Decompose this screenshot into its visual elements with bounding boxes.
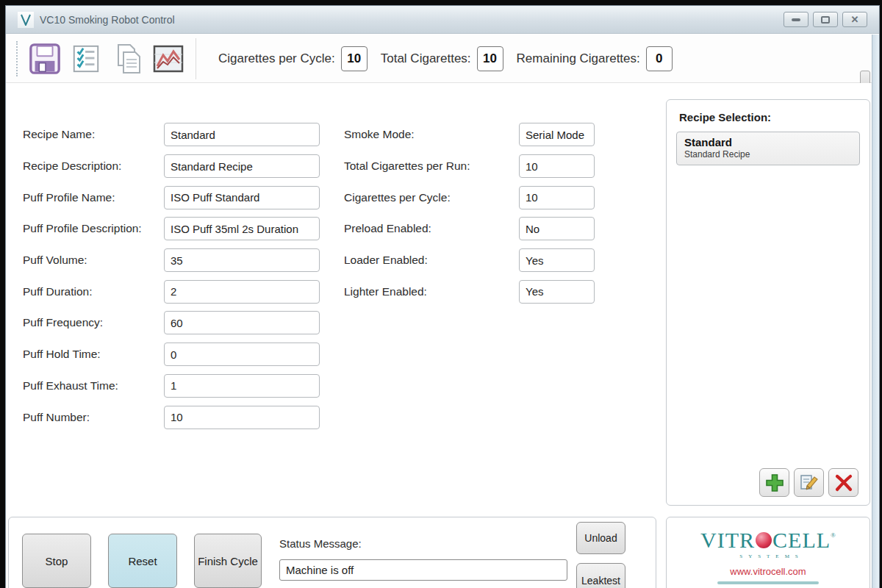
puff-profile-name-field[interactable]: [164, 186, 320, 209]
lighter-enabled-field[interactable]: [519, 280, 595, 304]
chart-button[interactable]: [150, 40, 187, 77]
recipe-item-description: Standard Recipe: [684, 149, 852, 159]
recipe-selection-title: Recipe Selection:: [679, 111, 870, 123]
puff-exhaust-time-field[interactable]: [164, 374, 320, 398]
puff-volume-label: Puff Volume:: [23, 254, 164, 267]
logo-subtitle: SYSTEMS: [667, 553, 870, 559]
preload-enabled-label: Preload Enabled:: [344, 222, 519, 235]
toolbar: Cigarettes per Cycle: 10 Total Cigarette…: [6, 35, 872, 83]
checklist-icon: [71, 43, 101, 74]
loader-enabled-field[interactable]: [519, 248, 595, 272]
leaktest-button[interactable]: Leaktest: [576, 563, 625, 588]
save-icon: [28, 42, 62, 76]
logo-text-left: VITR: [700, 528, 755, 552]
form-row: Puff Exhaust Time:: [23, 370, 320, 402]
total-cigarettes-per-run-field[interactable]: [519, 154, 595, 178]
form-row: Preload Enabled:: [344, 213, 595, 245]
plus-icon: [764, 473, 785, 493]
main-content: Recipe Name: Recipe Description: Puff Pr…: [6, 83, 872, 588]
add-recipe-button[interactable]: [759, 468, 789, 497]
recipe-item-name: Standard: [684, 136, 852, 148]
form-row: Puff Frequency:: [23, 307, 320, 339]
preload-enabled-field[interactable]: [519, 217, 595, 240]
logo-text-right: CELL: [772, 528, 831, 552]
edit-recipe-button[interactable]: [794, 468, 824, 497]
title-bar: VC10 Smoking Robot Control ✕: [6, 6, 879, 34]
total-cigarettes-value[interactable]: 10: [477, 46, 503, 71]
delete-recipe-button[interactable]: [828, 468, 858, 497]
recipe-form-middle: Smoke Mode: Total Cigarettes per Run: Ci…: [344, 119, 595, 307]
cigarettes-per-cycle-value[interactable]: 10: [341, 46, 368, 71]
total-cigarettes-per-run-label: Total Cigarettes per Run:: [344, 159, 519, 173]
total-cigarettes-counter: Total Cigarettes: 10: [381, 46, 503, 71]
minimize-button[interactable]: [784, 12, 808, 27]
close-icon: ✕: [851, 15, 859, 24]
cigarettes-per-cycle-label: Cigarettes per Cycle:: [218, 51, 335, 66]
maximize-icon: [821, 16, 830, 24]
puff-number-field[interactable]: [164, 406, 320, 429]
smoke-mode-field[interactable]: [519, 123, 595, 146]
recipe-action-buttons: [759, 468, 858, 497]
puff-hold-time-field[interactable]: [164, 343, 320, 366]
form-row: Puff Profile Description:: [23, 213, 320, 245]
remaining-cigarettes-label: Remaining Cigarettes:: [517, 51, 640, 66]
save-button[interactable]: [26, 40, 63, 77]
maximize-button[interactable]: [813, 12, 838, 27]
lighter-enabled-label: Lighter Enabled:: [344, 285, 519, 298]
recipe-list-item-standard[interactable]: Standard Standard Recipe: [676, 132, 860, 165]
finish-cycle-button[interactable]: Finish Cycle: [194, 534, 262, 588]
form-row: Recipe Description:: [23, 151, 320, 182]
recipe-description-field[interactable]: [164, 154, 320, 178]
form-row: Total Cigarettes per Run:: [344, 151, 595, 182]
form-row: Puff Profile Name:: [23, 182, 320, 213]
minimize-icon: [792, 18, 800, 21]
recipe-name-label: Recipe Name:: [23, 128, 164, 141]
app-window: VC10 Smoking Robot Control ✕: [5, 5, 880, 588]
cigarettes-per-cycle-counter: Cigarettes per Cycle: 10: [218, 46, 368, 71]
window-right-border: [872, 35, 879, 588]
registered-mark: ®: [831, 531, 836, 539]
form-row: Puff Volume:: [23, 245, 320, 276]
puff-hold-time-label: Puff Hold Time:: [23, 348, 164, 361]
recipe-selection-panel: Recipe Selection: Standard Standard Reci…: [666, 99, 870, 506]
loader-enabled-label: Loader Enabled:: [344, 254, 519, 267]
clipped-caption-line: [717, 581, 819, 584]
toolbar-drag-handle[interactable]: [16, 41, 18, 76]
edit-icon: [799, 473, 820, 493]
app-logo-icon: [18, 12, 34, 28]
puff-number-label: Puff Number:: [23, 411, 164, 424]
puff-frequency-field[interactable]: [164, 311, 320, 334]
recipe-name-field[interactable]: [164, 123, 320, 146]
cigarettes-per-cycle-form-field[interactable]: [519, 186, 595, 209]
puff-duration-field[interactable]: [164, 280, 320, 304]
form-row: Puff Number:: [23, 401, 320, 433]
form-row: Puff Duration:: [23, 276, 320, 307]
form-row: Cigarettes per Cycle:: [344, 182, 595, 213]
puff-duration-label: Puff Duration:: [23, 285, 164, 298]
copy-icon: [111, 43, 143, 75]
vitrocell-logo: VITRCELL®: [667, 529, 870, 551]
form-row: Puff Hold Time:: [23, 339, 320, 370]
close-button[interactable]: ✕: [842, 12, 867, 27]
puff-profile-name-label: Puff Profile Name:: [23, 191, 164, 204]
remaining-cigarettes-value[interactable]: 0: [646, 46, 673, 71]
puff-profile-description-field[interactable]: [164, 217, 320, 240]
toolbar-separator: [196, 38, 196, 79]
smoke-mode-label: Smoke Mode:: [344, 128, 519, 141]
stop-button[interactable]: Stop: [22, 534, 91, 588]
window-controls: ✕: [784, 12, 867, 27]
window-title: VC10 Smoking Robot Control: [40, 14, 175, 26]
reset-button[interactable]: Reset: [108, 534, 177, 588]
checklist-button[interactable]: [68, 40, 104, 77]
puff-profile-description-label: Puff Profile Description:: [23, 222, 164, 235]
unload-button[interactable]: Unload: [576, 522, 625, 554]
puff-volume-field[interactable]: [164, 248, 320, 272]
website-link[interactable]: www.vitrocell.com: [667, 566, 870, 577]
puff-exhaust-time-label: Puff Exhaust Time:: [23, 379, 164, 392]
status-message-field[interactable]: [279, 559, 567, 581]
chart-icon: [152, 43, 184, 75]
recipe-form-left: Recipe Name: Recipe Description: Puff Pr…: [23, 119, 320, 433]
cigarettes-per-cycle-form-label: Cigarettes per Cycle:: [344, 191, 519, 204]
copy-button[interactable]: [109, 40, 146, 77]
total-cigarettes-label: Total Cigarettes:: [381, 51, 471, 66]
